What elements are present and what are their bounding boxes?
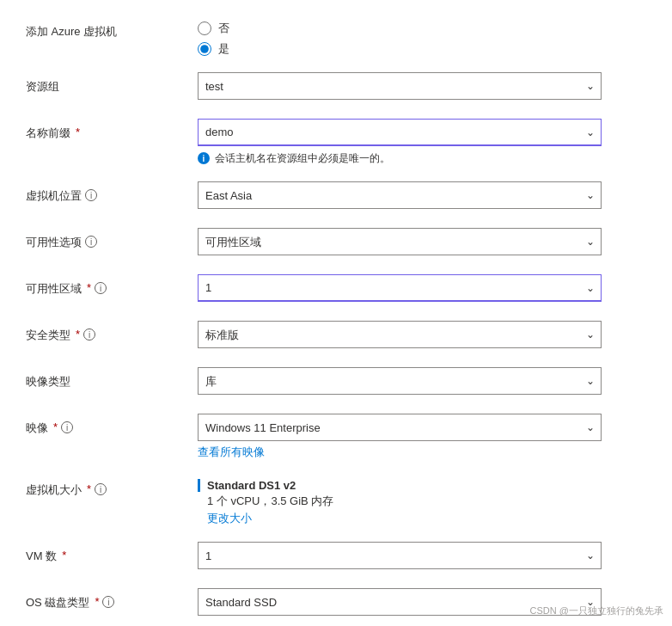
availability-zone-row: 可用性区域 * i 1 ⌄ bbox=[26, 274, 646, 305]
vm-size-control: Standard DS1 v2 1 个 vCPU，3.5 GiB 内存 更改大小 bbox=[198, 476, 602, 526]
view-all-images-link[interactable]: 查看所有映像 bbox=[198, 445, 265, 458]
availability-zone-info-icon[interactable]: i bbox=[95, 282, 107, 294]
security-type-required: * bbox=[76, 328, 80, 341]
image-row: 映像 * i Windows 11 Enterprise ⌄ 查看所有映像 bbox=[26, 414, 646, 460]
image-type-control: 库 ⌄ bbox=[198, 367, 602, 395]
vm-location-info-icon[interactable]: i bbox=[85, 189, 97, 201]
vm-count-required: * bbox=[62, 549, 66, 562]
name-prefix-row: 名称前缀 * demo ⌄ i 会话主机名在资源组中必须是唯一的。 bbox=[26, 119, 646, 166]
radio-yes[interactable]: 是 bbox=[198, 41, 602, 57]
resource-group-row: 资源组 test ⌄ bbox=[26, 72, 646, 103]
security-type-select-wrapper: 标准版 ⌄ bbox=[198, 321, 602, 348]
vm-size-detail: 1 个 vCPU，3.5 GiB 内存 bbox=[198, 494, 602, 509]
name-prefix-note: i 会话主机名在资源组中必须是唯一的。 bbox=[198, 151, 602, 166]
availability-option-row: 可用性选项 i 可用性区域 ⌄ bbox=[26, 228, 646, 259]
image-type-select[interactable]: 库 bbox=[198, 367, 602, 395]
availability-zone-label: 可用性区域 * i bbox=[26, 274, 198, 297]
vm-count-control: 1 ⌄ bbox=[198, 542, 602, 569]
availability-option-info-icon[interactable]: i bbox=[85, 236, 97, 248]
image-info-icon[interactable]: i bbox=[61, 421, 73, 433]
radio-yes-input[interactable] bbox=[198, 42, 211, 56]
add-azure-vm-row: 添加 Azure 虚拟机 否 是 bbox=[26, 17, 646, 57]
vm-location-select[interactable]: East Asia bbox=[198, 181, 602, 209]
availability-option-label: 可用性选项 i bbox=[26, 228, 198, 250]
availability-option-control: 可用性区域 ⌄ bbox=[198, 228, 602, 255]
image-control: Windows 11 Enterprise ⌄ 查看所有映像 bbox=[198, 414, 602, 460]
vm-size-required: * bbox=[87, 482, 91, 495]
availability-zone-required: * bbox=[87, 281, 91, 294]
image-select-wrapper: Windows 11 Enterprise ⌄ bbox=[198, 414, 602, 441]
image-type-row: 映像类型 库 ⌄ bbox=[26, 367, 646, 398]
availability-option-select[interactable]: 可用性区域 bbox=[198, 228, 602, 255]
security-type-select[interactable]: 标准版 bbox=[198, 321, 602, 348]
resource-group-label: 资源组 bbox=[26, 72, 198, 95]
vm-location-row: 虚拟机位置 i East Asia ⌄ bbox=[26, 181, 646, 212]
name-prefix-info-circle: i bbox=[198, 152, 210, 164]
add-azure-vm-radio-group: 否 是 bbox=[198, 17, 602, 57]
security-type-info-icon[interactable]: i bbox=[83, 328, 95, 341]
radio-no-label: 否 bbox=[218, 21, 229, 36]
availability-zone-select[interactable]: 1 bbox=[198, 274, 602, 302]
add-azure-vm-control: 否 是 bbox=[198, 17, 602, 57]
image-label: 映像 * i bbox=[26, 414, 198, 436]
vm-size-row: 虚拟机大小 * i Standard DS1 v2 1 个 vCPU，3.5 G… bbox=[26, 476, 646, 526]
name-prefix-control: demo ⌄ i 会话主机名在资源组中必须是唯一的。 bbox=[198, 119, 602, 166]
vm-size-name: Standard DS1 v2 bbox=[198, 479, 602, 492]
security-type-row: 安全类型 * i 标准版 ⌄ bbox=[26, 321, 646, 352]
change-size-link[interactable]: 更改大小 bbox=[198, 511, 602, 526]
vm-count-label: VM 数 * bbox=[26, 542, 198, 564]
availability-zone-control: 1 ⌄ bbox=[198, 274, 602, 302]
image-type-label: 映像类型 bbox=[26, 367, 198, 390]
resource-group-select-wrapper: test ⌄ bbox=[198, 72, 602, 100]
name-prefix-required: * bbox=[76, 126, 80, 138]
radio-no[interactable]: 否 bbox=[198, 21, 602, 36]
vm-size-label: 虚拟机大小 * i bbox=[26, 476, 198, 498]
resource-group-control: test ⌄ bbox=[198, 72, 602, 100]
os-disk-type-label: OS 磁盘类型 * i bbox=[26, 588, 198, 611]
radio-no-input[interactable] bbox=[198, 21, 211, 35]
vm-count-select-wrapper: 1 ⌄ bbox=[198, 542, 602, 569]
vm-location-select-wrapper: East Asia ⌄ bbox=[198, 181, 602, 209]
os-disk-type-required: * bbox=[95, 595, 99, 608]
security-type-label: 安全类型 * i bbox=[26, 321, 198, 343]
vm-size-info-icon[interactable]: i bbox=[95, 483, 107, 495]
availability-zone-select-wrapper: 1 ⌄ bbox=[198, 274, 602, 302]
name-prefix-select[interactable]: demo bbox=[198, 119, 602, 146]
vm-location-label: 虚拟机位置 i bbox=[26, 181, 198, 204]
image-type-select-wrapper: 库 ⌄ bbox=[198, 367, 602, 395]
vm-count-select[interactable]: 1 bbox=[198, 542, 602, 569]
vm-count-row: VM 数 * 1 ⌄ bbox=[26, 542, 646, 573]
add-azure-vm-label: 添加 Azure 虚拟机 bbox=[26, 17, 198, 40]
radio-yes-label: 是 bbox=[218, 41, 229, 57]
vm-location-control: East Asia ⌄ bbox=[198, 181, 602, 209]
os-disk-type-info-icon[interactable]: i bbox=[102, 596, 114, 608]
availability-option-select-wrapper: 可用性区域 ⌄ bbox=[198, 228, 602, 255]
watermark: CSDN @一只独立独行的兔先承 bbox=[530, 605, 663, 617]
security-type-control: 标准版 ⌄ bbox=[198, 321, 602, 348]
name-prefix-label: 名称前缀 * bbox=[26, 119, 198, 141]
image-required: * bbox=[53, 420, 58, 433]
name-prefix-select-wrapper: demo ⌄ bbox=[198, 119, 602, 146]
resource-group-select[interactable]: test bbox=[198, 72, 602, 100]
image-select[interactable]: Windows 11 Enterprise bbox=[198, 414, 602, 441]
